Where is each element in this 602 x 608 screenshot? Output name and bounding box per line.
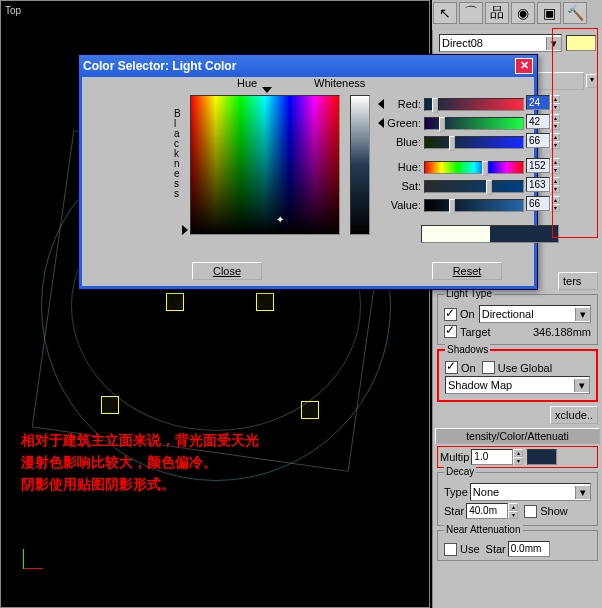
highlight-frame: [552, 28, 598, 238]
hammer-icon[interactable]: 🔨: [563, 2, 587, 24]
light-gizmo[interactable]: [101, 396, 119, 414]
whiteness-label: Whiteness: [314, 77, 365, 89]
on-label: On: [460, 308, 475, 320]
shadows-group: Shadows On Use Global Shadow Map: [437, 349, 598, 402]
light-gizmo[interactable]: [301, 401, 319, 419]
sat-value[interactable]: 163: [526, 177, 550, 192]
display-icon[interactable]: ▣: [537, 2, 561, 24]
start-label: Star: [444, 505, 464, 517]
use-label: Use: [460, 543, 480, 555]
exclude-button[interactable]: xclude..: [550, 406, 598, 424]
red-slider[interactable]: [424, 98, 524, 111]
titlebar[interactable]: Color Selector: Light Color ✕: [79, 55, 537, 77]
use-global-checkbox[interactable]: [482, 361, 495, 374]
light-gizmo[interactable]: [166, 293, 184, 311]
on-label: On: [461, 362, 476, 374]
arc-icon[interactable]: ⌒: [459, 2, 483, 24]
rgb-hsv-sliders: Red: Green: Blue: Hue: Sat: Value:: [378, 95, 524, 215]
light-color-swatch[interactable]: [527, 449, 557, 465]
blackness-indicator-icon[interactable]: [182, 225, 188, 235]
target-checkbox[interactable]: [444, 325, 457, 338]
start-label: Star: [486, 543, 506, 555]
spinner-arrows[interactable]: ▴▾: [508, 503, 518, 519]
shadows-on-checkbox[interactable]: [445, 361, 458, 374]
near-atten-group: Near Attenuation Use Star 0.0mm: [437, 530, 598, 561]
near-start-spinner[interactable]: 0.0mm: [508, 541, 550, 557]
blackness-label: Blackness: [174, 109, 182, 199]
light-type-dropdown[interactable]: Directional: [479, 305, 591, 323]
light-gizmo[interactable]: [256, 293, 274, 311]
annotation-line: 阴影使用贴图阴影形式。: [21, 473, 259, 495]
color-picker-cursor[interactable]: ✦: [276, 214, 286, 224]
tri-icon: [378, 99, 384, 109]
color-swatch-pair[interactable]: [421, 225, 559, 243]
blue-value[interactable]: 66: [526, 133, 550, 148]
target-distance: 346.188mm: [533, 326, 591, 338]
green-label: Green:: [386, 117, 424, 129]
parameters-button[interactable]: ters: [558, 272, 598, 290]
type-label: Type: [444, 486, 468, 498]
spinner-arrows[interactable]: ▴▾: [513, 449, 523, 465]
green-value[interactable]: 42: [526, 114, 550, 129]
whiteness-strip[interactable]: [350, 95, 370, 235]
group-title: Shadows: [445, 344, 490, 355]
value-value[interactable]: 66: [526, 196, 550, 211]
decay-group: Decay Type None Star 40.0m ▴▾ Show: [437, 472, 598, 526]
green-slider[interactable]: [424, 117, 524, 130]
decay-start-spinner[interactable]: 40.0m: [466, 503, 508, 519]
value-label: Value:: [378, 199, 424, 211]
command-toolbar: ↖ ⌒ 品 ◉ ▣ 🔨: [432, 0, 602, 30]
group-title: Near Attenuation: [444, 524, 523, 535]
new-color: [490, 226, 558, 242]
wheel-icon[interactable]: ◉: [511, 2, 535, 24]
dialog-body: Hue Whiteness Blackness ✦ Red: Green: Bl…: [82, 77, 534, 286]
light-type-group: Light Type On Directional Target 346.188…: [437, 294, 598, 345]
sat-label: Sat:: [378, 180, 424, 192]
tri-icon: [378, 118, 384, 128]
object-name-dropdown[interactable]: Direct08: [439, 34, 562, 52]
multiplier-spinner[interactable]: 1.0: [471, 449, 513, 465]
blue-slider[interactable]: [424, 136, 524, 149]
rollup-title[interactable]: tensity/Color/Attenuati: [435, 428, 600, 444]
old-color: [422, 226, 490, 242]
hue-slider[interactable]: [424, 161, 524, 174]
shadow-map-dropdown[interactable]: Shadow Map: [445, 376, 590, 394]
close-icon[interactable]: ✕: [515, 58, 533, 74]
blue-label: Blue:: [378, 136, 424, 148]
sat-slider[interactable]: [424, 180, 524, 193]
value-slider[interactable]: [424, 199, 524, 212]
axis-gizmo: [23, 541, 51, 569]
color-selector-dialog: Color Selector: Light Color ✕ Hue Whiten…: [78, 54, 538, 290]
hue-value[interactable]: 152: [526, 158, 550, 173]
hue-label: Hue: [237, 77, 257, 89]
decay-type-dropdown[interactable]: None: [470, 483, 591, 501]
annotation-text: 相对于建筑主立面来说，背光面受天光 漫射色影响比较大，颜色偏冷。 阴影使用贴图阴…: [21, 429, 259, 495]
show-label: Show: [540, 505, 568, 517]
hue-slider-label: Hue:: [378, 161, 424, 173]
reset-button[interactable]: Reset: [432, 262, 502, 280]
annotation-line: 漫射色影响比较大，颜色偏冷。: [21, 451, 259, 473]
dialog-title: Color Selector: Light Color: [83, 59, 236, 73]
arrow-icon[interactable]: ↖: [433, 2, 457, 24]
red-value[interactable]: 24: [526, 95, 550, 110]
hue-field[interactable]: ✦: [190, 95, 340, 235]
red-label: Red:: [386, 98, 424, 110]
use-checkbox[interactable]: [444, 543, 457, 556]
multiplier-label: Multip: [440, 451, 469, 463]
show-checkbox[interactable]: [524, 505, 537, 518]
link-icon[interactable]: 品: [485, 2, 509, 24]
on-checkbox[interactable]: [444, 308, 457, 321]
close-button[interactable]: Close: [192, 262, 262, 280]
annotation-line: 相对于建筑主立面来说，背光面受天光: [21, 429, 259, 451]
use-global-label: Use Global: [498, 362, 552, 374]
target-label: Target: [460, 326, 491, 338]
viewport-label: Top: [5, 5, 21, 16]
group-title: Decay: [444, 466, 476, 477]
hue-indicator-icon[interactable]: [262, 87, 272, 93]
